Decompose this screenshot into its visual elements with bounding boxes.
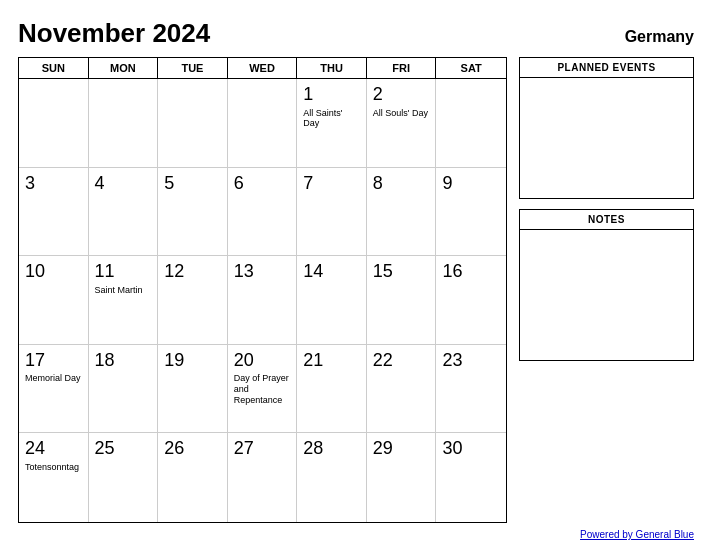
cell-date: 10 xyxy=(25,261,82,283)
calendar-cell: 7 xyxy=(297,168,367,257)
cell-date: 15 xyxy=(373,261,430,283)
calendar-cell xyxy=(89,79,159,168)
cell-date: 17 xyxy=(25,350,82,372)
calendar-header: November 2024 Germany xyxy=(18,18,694,49)
cell-date: 5 xyxy=(164,173,221,195)
cell-event: All Saints' Day xyxy=(303,108,360,130)
calendar-cell: 9 xyxy=(436,168,506,257)
cell-event: Memorial Day xyxy=(25,373,82,384)
cell-date: 28 xyxy=(303,438,360,460)
cell-event: Day of Prayer and Repentance xyxy=(234,373,291,405)
notes-label: NOTES xyxy=(520,210,693,230)
cell-event: All Souls' Day xyxy=(373,108,430,119)
calendar-cell: 22 xyxy=(367,345,437,434)
day-headers: SUN MON TUE WED THU FRI SAT xyxy=(19,58,506,79)
notes-content xyxy=(520,230,693,360)
calendar-cell: 2All Souls' Day xyxy=(367,79,437,168)
calendar-cell xyxy=(158,79,228,168)
cell-date: 21 xyxy=(303,350,360,372)
cell-date: 6 xyxy=(234,173,291,195)
cell-date: 30 xyxy=(442,438,500,460)
calendar-grid: 1All Saints' Day2All Souls' Day345678910… xyxy=(19,79,506,522)
cell-date: 19 xyxy=(164,350,221,372)
calendar-cell xyxy=(228,79,298,168)
day-header-sun: SUN xyxy=(19,58,89,78)
cell-date: 2 xyxy=(373,84,430,106)
page-layout: November 2024 Germany SUN MON TUE WED TH… xyxy=(18,18,694,540)
cell-date: 24 xyxy=(25,438,82,460)
cell-date: 18 xyxy=(95,350,152,372)
calendar-section: SUN MON TUE WED THU FRI SAT 1All Saints'… xyxy=(18,57,507,523)
planned-events-box: PLANNED EVENTS xyxy=(519,57,694,199)
calendar-cell: 3 xyxy=(19,168,89,257)
calendar-cell: 27 xyxy=(228,433,298,522)
calendar-cell: 10 xyxy=(19,256,89,345)
calendar-cell: 28 xyxy=(297,433,367,522)
calendar-cell: 6 xyxy=(228,168,298,257)
calendar-cell: 23 xyxy=(436,345,506,434)
cell-date: 29 xyxy=(373,438,430,460)
calendar-cell: 25 xyxy=(89,433,159,522)
calendar-cell: 16 xyxy=(436,256,506,345)
calendar-cell: 11Saint Martin xyxy=(89,256,159,345)
country-title: Germany xyxy=(625,28,694,46)
calendar-cell: 13 xyxy=(228,256,298,345)
day-header-mon: MON xyxy=(89,58,159,78)
calendar-cell: 12 xyxy=(158,256,228,345)
planned-events-label: PLANNED EVENTS xyxy=(520,58,693,78)
calendar-cell: 29 xyxy=(367,433,437,522)
cell-date: 9 xyxy=(442,173,500,195)
powered-by-link[interactable]: Powered by General Blue xyxy=(580,529,694,540)
cell-date: 1 xyxy=(303,84,360,106)
day-header-sat: SAT xyxy=(436,58,506,78)
cell-event: Totensonntag xyxy=(25,462,82,473)
cell-date: 16 xyxy=(442,261,500,283)
calendar-cell: 21 xyxy=(297,345,367,434)
calendar-cell: 24Totensonntag xyxy=(19,433,89,522)
calendar-cell: 4 xyxy=(89,168,159,257)
cell-date: 20 xyxy=(234,350,291,372)
cell-date: 4 xyxy=(95,173,152,195)
calendar-cell: 19 xyxy=(158,345,228,434)
cell-date: 22 xyxy=(373,350,430,372)
calendar-cell: 18 xyxy=(89,345,159,434)
powered-by: Powered by General Blue xyxy=(580,529,694,540)
cell-date: 26 xyxy=(164,438,221,460)
calendar-cell: 5 xyxy=(158,168,228,257)
cell-date: 27 xyxy=(234,438,291,460)
cell-date: 8 xyxy=(373,173,430,195)
notes-box: NOTES xyxy=(519,209,694,361)
day-header-thu: THU xyxy=(297,58,367,78)
calendar-cell: 8 xyxy=(367,168,437,257)
planned-events-content xyxy=(520,78,693,198)
sidebar: PLANNED EVENTS NOTES xyxy=(519,57,694,523)
cell-date: 11 xyxy=(95,261,152,283)
calendar-cell: 15 xyxy=(367,256,437,345)
calendar-cell: 26 xyxy=(158,433,228,522)
day-header-fri: FRI xyxy=(367,58,437,78)
cell-date: 7 xyxy=(303,173,360,195)
cell-event: Saint Martin xyxy=(95,285,152,296)
cell-date: 12 xyxy=(164,261,221,283)
calendar-cell xyxy=(19,79,89,168)
day-header-wed: WED xyxy=(228,58,298,78)
calendar-cell: 20Day of Prayer and Repentance xyxy=(228,345,298,434)
cell-date: 3 xyxy=(25,173,82,195)
cell-date: 13 xyxy=(234,261,291,283)
day-header-tue: TUE xyxy=(158,58,228,78)
cell-date: 14 xyxy=(303,261,360,283)
calendar-cell: 17Memorial Day xyxy=(19,345,89,434)
main-area: SUN MON TUE WED THU FRI SAT 1All Saints'… xyxy=(18,57,694,523)
footer-area: Powered by General Blue xyxy=(18,523,694,540)
calendar-cell: 1All Saints' Day xyxy=(297,79,367,168)
month-year-title: November 2024 xyxy=(18,18,210,49)
cell-date: 23 xyxy=(442,350,500,372)
calendar-cell xyxy=(436,79,506,168)
calendar-cell: 30 xyxy=(436,433,506,522)
calendar-cell: 14 xyxy=(297,256,367,345)
cell-date: 25 xyxy=(95,438,152,460)
